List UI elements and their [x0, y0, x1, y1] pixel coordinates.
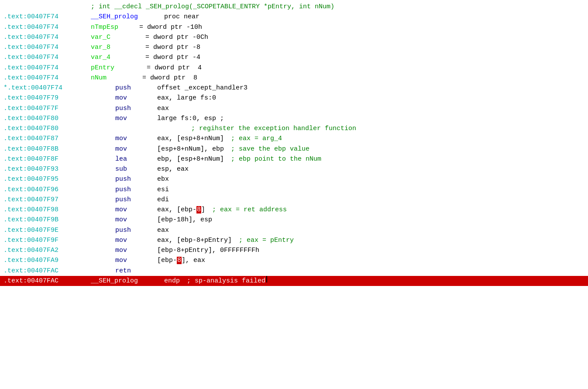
proc-keyword: proc near	[164, 12, 199, 22]
line-comment: ; regihster the exception handler functi…	[191, 124, 356, 134]
code-line: .text:00407F8F lea ebp, [esp+8+nNum] ; e…	[0, 154, 588, 164]
address: .text:00407F74	[3, 42, 91, 52]
code-line: .text:00407F74 nTmpEsp = dword ptr -10h	[0, 22, 588, 32]
mnemonic: push	[115, 83, 150, 93]
mnemonic: push	[115, 225, 150, 235]
address: .text:00407F74	[3, 32, 91, 42]
var-name: nNum	[91, 73, 107, 83]
var-def: = dword ptr 8	[142, 73, 197, 83]
address: .text:00407F74	[3, 52, 91, 62]
var-name: var_8	[91, 42, 110, 52]
address: .text:00407F80	[3, 114, 91, 124]
address: .text:00407F9E	[3, 225, 91, 235]
code-line: .text:00407F79 mov eax, large fs:0	[0, 93, 588, 103]
address: .text:00407F93	[3, 164, 91, 174]
code-line: .text:00407F80 ; regihster the exception…	[0, 124, 588, 134]
highlighted-value: 8	[196, 206, 201, 213]
mnemonic: mov	[115, 114, 150, 124]
mnemonic: push	[115, 185, 150, 195]
operands: eax, large fs:0	[157, 93, 216, 103]
operands: eax, [esp+8+nNum]	[157, 134, 224, 144]
address: .text:00407F7F	[3, 103, 91, 114]
address: .text:00407FA2	[3, 245, 91, 255]
code-line: *.text:00407F74 push offset _except_hand…	[0, 83, 588, 93]
address: .text:00407F74	[3, 22, 91, 32]
address: .text:00407FAC	[3, 276, 91, 286]
code-line: .text:00407F87 mov eax, [esp+8+nNum] ; e…	[0, 134, 588, 144]
line-comment: ; int __cdecl _SEH_prolog(_SCOPETABLE_EN…	[91, 2, 334, 12]
proc-name: __SEH_prolog	[91, 12, 138, 22]
var-name: nTmpEsp	[91, 22, 118, 32]
operands: esi	[157, 185, 169, 195]
mnemonic: sub	[115, 164, 150, 174]
mnemonic: mov	[115, 255, 150, 265]
operands: [ebp-8+pEntry], 0FFFFFFFFh	[157, 245, 259, 255]
mnemonic: mov	[115, 144, 150, 154]
operands: esp, eax	[157, 164, 189, 174]
address: .text:00407F74	[3, 73, 91, 83]
code-line: .text:00407F93 sub esp, eax	[0, 164, 588, 174]
code-line: .text:00407F8B mov [esp+8+nNum], ebp ; s…	[0, 144, 588, 154]
address: *.text:00407F74	[3, 83, 91, 93]
address: .text:00407F95	[3, 174, 91, 184]
operands: [esp+8+nNum], ebp	[157, 144, 224, 154]
address: .text:00407FAC	[3, 266, 91, 276]
var-name: pEntry	[91, 63, 114, 73]
proc-end-line: .text:00407FAC __SEH_prolog endp ; sp-an…	[0, 276, 588, 286]
address: .text:00407F98	[3, 205, 91, 215]
code-line: .text:00407F74 var_C = dword ptr -0Ch	[0, 32, 588, 42]
operands: eax	[157, 103, 169, 114]
code-line: .text:00407F74 __SEH_prolog proc near	[0, 12, 588, 22]
operands: ebx	[157, 174, 169, 184]
mnemonic: push	[115, 103, 150, 114]
address: .text:00407F80	[3, 124, 91, 134]
code-line: .text:00407FA2 mov [ebp-8+pEntry], 0FFFF…	[0, 245, 588, 255]
mnemonic: mov	[115, 93, 150, 103]
address: .text:00407FA9	[3, 255, 91, 265]
code-line: .text:00407F74 var_8 = dword ptr -8	[0, 42, 588, 52]
code-line: .text:00407FAC retn	[0, 266, 588, 276]
address: .text:00407F9B	[3, 215, 91, 225]
disassembly-view: ; int __cdecl _SEH_prolog(_SCOPETABLE_EN…	[0, 0, 588, 389]
line-comment: ; save the ebp value	[231, 144, 309, 154]
code-line: .text:00407F9E push eax	[0, 225, 588, 235]
operands: edi	[157, 195, 169, 205]
address: .text:00407F9F	[3, 235, 91, 245]
operands: [ebp-8], eax	[157, 255, 205, 265]
code-line: .text:00407F74 pEntry = dword ptr 4	[0, 63, 588, 73]
line-comment: ; eax = pEntry	[239, 235, 294, 245]
code-line: .text:00407F80 mov large fs:0, esp ;	[0, 114, 588, 124]
code-line: .text:00407FA9 mov [ebp-8], eax	[0, 255, 588, 265]
code-line: .text:00407F74 nNum = dword ptr 8	[0, 73, 588, 83]
var-def: = dword ptr -4	[145, 52, 200, 62]
code-line: ; int __cdecl _SEH_prolog(_SCOPETABLE_EN…	[0, 2, 588, 12]
var-name: var_C	[91, 32, 110, 42]
address: .text:00407F8B	[3, 144, 91, 154]
address: .text:00407F74	[3, 63, 91, 73]
var-name: var_4	[91, 52, 110, 62]
line-comment: ; eax = arg_4	[231, 134, 282, 144]
mnemonic: mov	[115, 245, 150, 255]
cursor	[266, 276, 267, 282]
code-line: .text:00407F98 mov eax, [ebp-8] ; eax = …	[0, 205, 588, 215]
mnemonic: push	[115, 195, 150, 205]
code-line: .text:00407F95 push ebx	[0, 174, 588, 184]
mnemonic: mov	[115, 235, 150, 245]
code-line: .text:00407F97 push edi	[0, 195, 588, 205]
mnemonic: mov	[115, 205, 150, 215]
mnemonic: push	[115, 174, 150, 184]
address: .text:00407F97	[3, 195, 91, 205]
operands: offset _except_handler3	[157, 83, 248, 93]
mnemonic: mov	[115, 215, 150, 225]
endp-keyword: endp	[164, 276, 180, 286]
highlighted-value: 8	[177, 257, 182, 264]
code-line: .text:00407F96 push esi	[0, 185, 588, 195]
address: .text:00407F87	[3, 134, 91, 144]
address: .text:00407F96	[3, 185, 91, 195]
address: .text:00407F8F	[3, 154, 91, 164]
code-line: .text:00407F7F push eax	[0, 103, 588, 114]
operands: eax	[157, 225, 169, 235]
mnemonic: mov	[115, 134, 150, 144]
line-comment: ; eax = ret address	[212, 205, 287, 215]
code-line: .text:00407F74 var_4 = dword ptr -4	[0, 52, 588, 62]
